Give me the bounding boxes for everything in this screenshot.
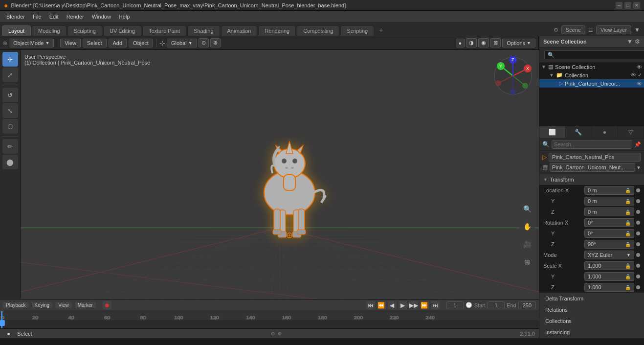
measure-tool-button[interactable]: ⬤: [2, 155, 18, 169]
collection-check-icon[interactable]: ✓: [638, 72, 642, 78]
maximize-button[interactable]: □: [624, 2, 631, 9]
menu-edit[interactable]: Edit: [46, 13, 62, 21]
close-button[interactable]: ✕: [633, 2, 640, 9]
instancing-header[interactable]: Instancing: [539, 327, 644, 338]
outliner-search-input[interactable]: [544, 50, 644, 59]
rotation-y-lock[interactable]: 🔒: [625, 231, 631, 236]
rotation-z-lock[interactable]: 🔒: [625, 242, 631, 247]
scale-x-lock[interactable]: 🔒: [625, 263, 631, 269]
menu-render[interactable]: Render: [63, 13, 88, 21]
view-menu-button[interactable]: View: [60, 39, 81, 47]
data-dropdown-icon[interactable]: ▼: [636, 165, 641, 170]
tab-animation[interactable]: Animation: [221, 25, 258, 36]
select-menu-button[interactable]: Select: [83, 39, 107, 47]
overlays-button[interactable]: ⊠: [490, 38, 501, 47]
scale-z-field[interactable]: 1.000 🔒: [584, 283, 634, 292]
object-mode-button[interactable]: Object Mode ▼: [9, 39, 54, 47]
mode-keyframe[interactable]: [636, 253, 640, 257]
step-back-button[interactable]: ◀: [388, 301, 397, 310]
outliner-settings-icon[interactable]: ⚙: [635, 38, 640, 45]
rotation-y-keyframe[interactable]: [636, 231, 640, 235]
prev-keyframe-button[interactable]: ⏪: [377, 301, 386, 310]
collections-header[interactable]: Collections: [539, 316, 644, 326]
pan-button[interactable]: ✋: [519, 219, 535, 234]
data-props-icon[interactable]: ▽: [618, 126, 644, 138]
menu-blender[interactable]: Blender: [3, 13, 28, 21]
viewport-shading-material[interactable]: ◑: [466, 38, 477, 47]
relations-header[interactable]: Relations: [539, 304, 644, 315]
tab-texture-paint[interactable]: Texture Paint: [142, 25, 186, 36]
rotation-z-keyframe[interactable]: [636, 242, 640, 246]
viewport-shading-rendered[interactable]: ◉: [478, 38, 489, 47]
obj-vis-icon[interactable]: 👁: [637, 81, 642, 87]
scale-z-keyframe[interactable]: [636, 285, 640, 289]
tab-uv-editing[interactable]: UV Editing: [103, 25, 141, 36]
viewport-shading-solid[interactable]: ●: [456, 39, 465, 47]
transform-global-button[interactable]: Global ▼: [167, 39, 197, 47]
ortho-view-button[interactable]: ⊞: [519, 254, 535, 270]
marker-button[interactable]: Marker: [75, 302, 96, 308]
scale-y-lock[interactable]: 🔒: [625, 274, 631, 279]
navigation-gizmo[interactable]: X Y Z: [491, 54, 535, 98]
rotation-y-field[interactable]: 0° 🔒: [584, 229, 634, 238]
rotation-z-field[interactable]: 90° 🔒: [584, 240, 634, 249]
location-x-field[interactable]: 0 m 🔒: [584, 186, 634, 195]
scale-y-field[interactable]: 1.000 🔒: [584, 272, 634, 281]
keying-button[interactable]: Keying: [32, 302, 53, 308]
filter-icon[interactable]: ▼: [634, 26, 640, 33]
jump-end-button[interactable]: ⏭: [431, 301, 440, 310]
tab-rendering[interactable]: Rendering: [258, 25, 296, 36]
location-x-keyframe[interactable]: [636, 188, 640, 192]
object-name-field[interactable]: Pink_Cartoo_Neutral_Pos: [549, 153, 641, 161]
transform-section-header[interactable]: ▼ Transform: [539, 174, 644, 185]
location-y-field[interactable]: 0 m 🔒: [584, 197, 634, 206]
step-forward-button[interactable]: ▶▶: [409, 301, 418, 310]
tab-compositing[interactable]: Compositing: [297, 25, 339, 36]
cursor-tool-button[interactable]: ✛: [2, 52, 18, 67]
rotation-mode-field[interactable]: XYZ Euler ▼: [584, 251, 634, 259]
material-props-icon[interactable]: ●: [592, 126, 618, 138]
playback-button[interactable]: Playback: [3, 302, 29, 308]
unicorn-outliner-item[interactable]: ▷ Pink_Cartoon_Unicor... 👁: [539, 79, 644, 88]
outliner-filter-icon[interactable]: ▼: [627, 38, 633, 45]
location-y-keyframe[interactable]: [636, 199, 640, 203]
camera-view-button[interactable]: 🎥: [519, 236, 535, 252]
object-menu-button[interactable]: Object: [129, 39, 153, 47]
record-button[interactable]: ⏺: [103, 301, 111, 310]
move-tool-button[interactable]: ⤢: [2, 68, 18, 82]
rotation-x-field[interactable]: 0° 🔒: [584, 218, 634, 227]
view-layer-label[interactable]: View Layer: [596, 25, 631, 34]
location-z-lock[interactable]: 🔒: [625, 209, 631, 215]
tab-shading[interactable]: Shading: [187, 25, 220, 36]
menu-window[interactable]: Window: [89, 13, 114, 21]
minimize-button[interactable]: ─: [616, 2, 622, 9]
location-z-field[interactable]: 0 m 🔒: [584, 207, 634, 216]
jump-start-button[interactable]: ⏮: [366, 301, 375, 310]
rotation-x-keyframe[interactable]: [636, 221, 640, 225]
timeline-view-button[interactable]: View: [55, 302, 72, 308]
menu-file[interactable]: File: [29, 13, 45, 21]
tab-sculpting[interactable]: Sculpting: [67, 25, 102, 36]
location-x-lock[interactable]: 🔒: [625, 188, 631, 193]
snap-button[interactable]: ⊙: [199, 38, 209, 47]
tab-scripting[interactable]: Scripting: [340, 25, 374, 36]
menu-help[interactable]: Help: [115, 13, 133, 21]
next-keyframe-button[interactable]: ⏩: [420, 301, 429, 310]
scale-tool-button[interactable]: ⤡: [2, 103, 18, 118]
data-name-field[interactable]: Pink_Cartoon_Unicorn_Neut...: [550, 163, 635, 172]
scale-x-field[interactable]: 1.000 🔒: [584, 261, 634, 270]
current-frame-display[interactable]: 1: [446, 301, 464, 309]
start-frame-display[interactable]: 1: [488, 301, 505, 309]
props-search-input[interactable]: [552, 140, 632, 149]
location-z-keyframe[interactable]: [636, 210, 640, 214]
options-button[interactable]: Options ▼: [502, 39, 535, 47]
delta-transform-header[interactable]: Delta Transform: [539, 293, 644, 304]
tab-modeling[interactable]: Modeling: [32, 25, 67, 36]
object-props-icon[interactable]: ⬜: [539, 126, 566, 138]
end-frame-display[interactable]: 250: [518, 301, 536, 309]
scene-vis-icon[interactable]: 👁: [637, 64, 642, 70]
rotation-x-lock[interactable]: 🔒: [625, 220, 631, 226]
rotate-tool-button[interactable]: ↺: [2, 88, 18, 102]
scale-x-keyframe[interactable]: [636, 264, 640, 268]
annotate-tool-button[interactable]: ✏: [2, 139, 18, 154]
